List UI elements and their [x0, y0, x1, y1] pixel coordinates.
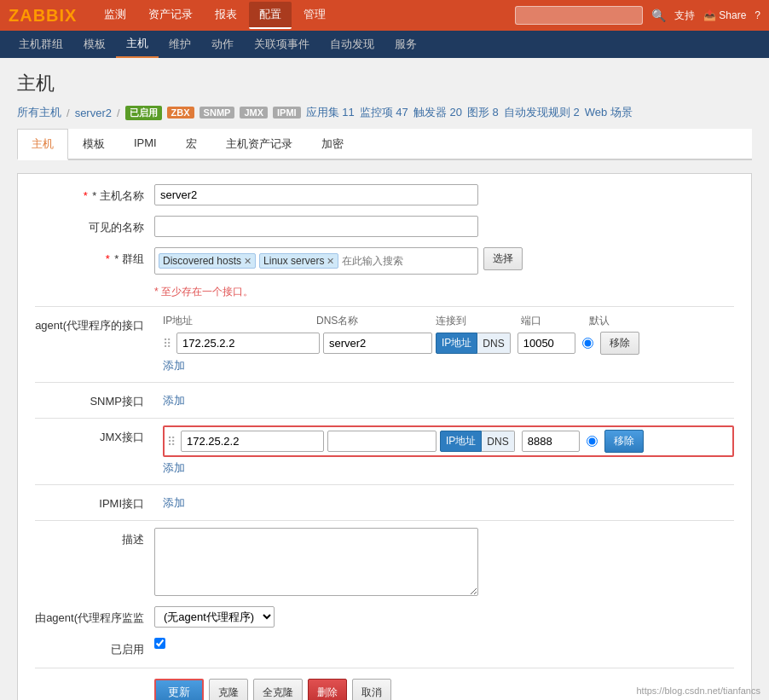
agent-add-link[interactable]: 添加	[163, 358, 734, 373]
jmx-connect-ip[interactable]: IP地址	[440, 431, 482, 452]
enabled-badge: 已启用	[125, 106, 162, 120]
min-iface-warning: * 至少存在一个接口。	[154, 285, 734, 299]
support-link[interactable]: 支持	[674, 9, 695, 23]
help-link[interactable]: ?	[755, 9, 760, 21]
desc-row: 描述	[35, 528, 734, 596]
share-link[interactable]: 📤 Share	[703, 9, 746, 21]
drag-handle[interactable]: ⠿	[163, 337, 171, 350]
hostname-input[interactable]	[154, 184, 478, 205]
ipmi-add-link[interactable]: 添加	[163, 495, 734, 511]
web-link[interactable]: Web 场景	[585, 105, 633, 120]
tag-discovered-hosts: Discovered hosts ✕	[159, 253, 256, 269]
group-tags-wrapper: Discovered hosts ✕ Linux servers ✕ 选择	[154, 247, 523, 275]
iface-header-connect: 连接到	[436, 314, 521, 328]
cancel-button[interactable]: 取消	[352, 679, 391, 700]
nav-hosts[interactable]: 主机	[116, 31, 159, 58]
nav-correlation[interactable]: 关联项事件	[244, 32, 320, 57]
top-nav-menu: 监测 资产记录 报表 配置 管理	[94, 2, 514, 29]
agent-iface-header: IP地址 DNS名称 连接到 端口 默认	[163, 314, 734, 328]
agent-default-radio	[582, 338, 593, 349]
agent-dns-input[interactable]	[323, 333, 432, 354]
agent-iface-section: agent(代理程序的接口 IP地址 DNS名称 连接到 端口 默认 ⠿	[35, 314, 734, 373]
apps-link[interactable]: 应用集 11	[306, 105, 355, 120]
jmx-connect-dns[interactable]: DNS	[482, 431, 514, 452]
monitor-by-select[interactable]: (无agent代理程序)	[154, 606, 275, 628]
jmx-ip-input[interactable]	[181, 431, 324, 452]
tag-close-linux[interactable]: ✕	[327, 256, 334, 267]
group-search-input[interactable]	[342, 255, 470, 267]
search-input[interactable]	[515, 6, 643, 25]
nav-maintenance[interactable]: 维护	[159, 32, 201, 57]
group-label: * * 群组	[35, 247, 154, 267]
jmx-badge: JMX	[240, 107, 268, 119]
tab-templates[interactable]: 模板	[68, 129, 119, 160]
update-button[interactable]: 更新	[154, 679, 204, 700]
enabled-checkbox[interactable]	[154, 638, 165, 649]
nav-templates[interactable]: 模板	[73, 32, 116, 57]
visible-name-input[interactable]	[154, 216, 478, 237]
jmx-label-row: JMX接口 ⠿ IP地址 DNS	[35, 425, 734, 476]
snmp-add-link[interactable]: 添加	[163, 393, 734, 408]
breadcrumb: 所有主机 / server2 / 已启用 ZBX SNMP JMX IPMI 应…	[17, 105, 752, 120]
nav-monitor[interactable]: 监测	[94, 2, 136, 29]
agent-connect-dns[interactable]: DNS	[477, 333, 510, 354]
jmx-dns-input[interactable]	[327, 431, 437, 452]
agent-connect-btns: IP地址 DNS	[436, 333, 511, 354]
ipmi-iface-content: 添加	[163, 492, 734, 511]
jmx-default-radio	[587, 436, 598, 447]
agent-label-row: agent(代理程序的接口 IP地址 DNS名称 连接到 端口 默认 ⠿	[35, 314, 734, 373]
graphs-link[interactable]: 图形 8	[467, 105, 499, 120]
nav-services[interactable]: 服务	[384, 32, 427, 57]
agent-connect-ip[interactable]: IP地址	[436, 333, 477, 354]
iface-header-dns: DNS名称	[316, 314, 436, 328]
clone-button[interactable]: 克隆	[209, 679, 248, 700]
triggers-link[interactable]: 触发器 20	[413, 105, 462, 120]
tag-close-discovered[interactable]: ✕	[244, 256, 252, 267]
jmx-remove-button[interactable]: 移除	[604, 430, 644, 453]
jmx-label: JMX接口	[35, 425, 154, 445]
nav-reports[interactable]: 报表	[205, 2, 247, 29]
full-clone-button[interactable]: 全克隆	[253, 679, 303, 700]
monitors-link[interactable]: 监控项 47	[360, 105, 408, 120]
ipmi-iface-section: IPMI接口 添加	[35, 492, 734, 512]
group-tags-box[interactable]: Discovered hosts ✕ Linux servers ✕	[154, 247, 478, 275]
main-form-card: * * 主机名称 可见的名称 * * 群组 Discovered hosts	[17, 173, 752, 700]
visible-name-row: 可见的名称	[35, 216, 734, 237]
jmx-drag-handle[interactable]: ⠿	[167, 435, 176, 448]
desc-textarea[interactable]	[154, 528, 478, 596]
nav-assets[interactable]: 资产记录	[138, 2, 203, 29]
jmx-add-link[interactable]: 添加	[163, 460, 734, 476]
agent-remove-button[interactable]: 移除	[600, 332, 639, 355]
agent-ip-input[interactable]	[176, 333, 320, 354]
iface-header-default: 默认	[589, 314, 640, 328]
jmx-iface-section: JMX接口 ⠿ IP地址 DNS	[35, 425, 734, 476]
ipmi-badge: IPMI	[273, 107, 301, 119]
snmp-label-row: SNMP接口 添加	[35, 390, 734, 409]
nav-admin[interactable]: 管理	[293, 2, 336, 29]
tab-ipmi[interactable]: IPMI	[119, 129, 171, 160]
jmx-port-input[interactable]	[522, 431, 580, 452]
tab-asset[interactable]: 主机资产记录	[211, 129, 307, 160]
jmx-default-radio-input[interactable]	[587, 436, 598, 447]
nav-hostgroups[interactable]: 主机群组	[9, 32, 73, 57]
tab-host[interactable]: 主机	[17, 129, 68, 160]
nav-discovery[interactable]: 自动发现	[320, 32, 384, 57]
agent-port-input[interactable]	[517, 333, 575, 354]
iface-header-port: 端口	[521, 314, 589, 328]
jmx-connect-btns: IP地址 DNS	[440, 431, 515, 452]
tab-macros[interactable]: 宏	[171, 129, 211, 160]
delete-button[interactable]: 删除	[308, 679, 347, 700]
agent-default-radio-input[interactable]	[582, 338, 593, 349]
breadcrumb-all-hosts[interactable]: 所有主机	[17, 105, 61, 120]
monitor-by-label: 由agent(代理程序监监	[35, 606, 154, 626]
iface-header-ip: IP地址	[163, 314, 316, 328]
snmp-iface-section: SNMP接口 添加	[35, 390, 734, 409]
select-group-button[interactable]: 选择	[483, 247, 523, 270]
tab-encryption[interactable]: 加密	[307, 129, 358, 160]
nav-actions[interactable]: 动作	[201, 32, 244, 57]
breadcrumb-host[interactable]: server2	[75, 107, 112, 119]
discovery-link[interactable]: 自动发现规则 2	[504, 105, 580, 120]
watermark: https://blog.csdn.net/tianfancs	[636, 686, 760, 696]
top-nav-right: 🔍 支持 📤 Share ?	[515, 6, 760, 25]
nav-config[interactable]: 配置	[249, 2, 292, 29]
